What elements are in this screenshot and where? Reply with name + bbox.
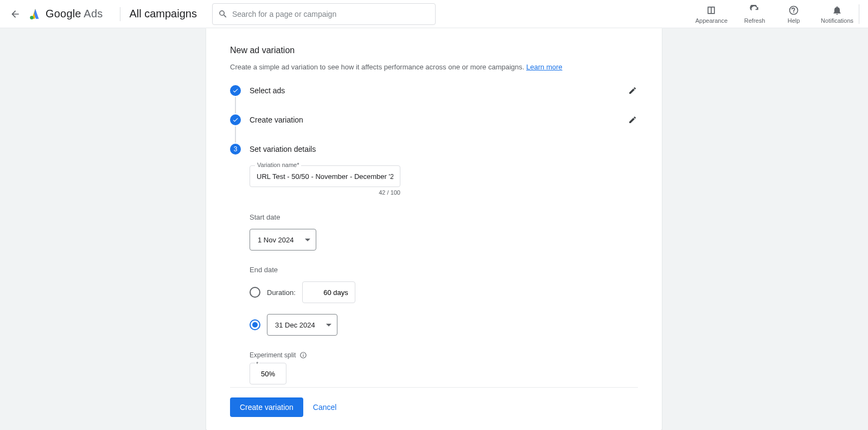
check-icon [232, 87, 239, 94]
step-connector-1 [235, 97, 236, 113]
top-header: Google Ads All campaigns Appearance Refr… [0, 0, 868, 28]
help-button[interactable]: Help [782, 4, 806, 24]
pencil-icon [628, 86, 637, 95]
experiment-split-row: Experiment split [250, 351, 638, 360]
cancel-button[interactable]: Cancel [313, 403, 337, 412]
help-label: Help [788, 17, 800, 24]
svg-point-0 [30, 16, 34, 20]
refresh-icon [749, 5, 760, 16]
step-create-variation: Create variation [230, 113, 638, 126]
info-icon [299, 351, 307, 359]
card-subtitle: Create a simple ad variation to see how … [230, 63, 638, 71]
appearance-icon [706, 5, 717, 16]
experiment-split-label: Experiment split [250, 351, 296, 359]
brand-text: Google Ads [46, 8, 103, 20]
edit-step-2-button[interactable] [627, 114, 638, 125]
end-date-value: 31 Dec 2024 [275, 321, 315, 329]
duration-input[interactable] [302, 281, 355, 303]
arrow-left-icon [10, 9, 21, 20]
start-date-value: 1 Nov 2024 [258, 236, 294, 244]
search-box[interactable] [212, 3, 436, 25]
header-tools: Appearance Refresh Help Notifications [695, 4, 853, 24]
notifications-button[interactable]: Notifications [821, 4, 853, 24]
end-date-label: End date [250, 266, 638, 274]
appearance-button[interactable]: Appearance [695, 4, 727, 24]
end-date-select[interactable]: 31 Dec 2024 [267, 314, 337, 336]
split-required-asterisk: * [255, 361, 259, 367]
pencil-icon [628, 115, 637, 124]
end-date-duration-option[interactable]: Duration: [250, 281, 638, 303]
step-connector-2 [235, 126, 236, 143]
variation-details-form: Variation name* 42 / 100 Start date 1 No… [250, 165, 638, 384]
appearance-label: Appearance [695, 17, 727, 24]
ads-logo-icon [28, 7, 42, 21]
refresh-button[interactable]: Refresh [743, 4, 767, 24]
check-icon [232, 117, 239, 123]
variation-name-field: Variation name* 42 / 100 [250, 165, 400, 196]
step-3-indicator: 3 [230, 144, 241, 155]
variation-name-charcount: 42 / 100 [250, 189, 400, 196]
variation-name-input[interactable] [250, 165, 400, 187]
variation-name-label: Variation name* [255, 162, 301, 168]
bell-icon [832, 5, 843, 16]
card-title: New ad variation [230, 46, 638, 55]
duration-radio[interactable] [250, 287, 260, 298]
step-2-label: Create variation [250, 115, 303, 124]
card-footer: Create variation Cancel [230, 387, 638, 417]
learn-more-link[interactable]: Learn more [526, 63, 562, 71]
header-right-divider [859, 4, 859, 24]
step-1-indicator [230, 85, 241, 96]
experiment-split-info[interactable] [299, 351, 308, 360]
step-set-details: 3 Set variation details [230, 143, 638, 156]
start-date-select[interactable]: 1 Nov 2024 [250, 229, 316, 251]
subtitle-text: Create a simple ad variation to see how … [230, 63, 524, 71]
page-title: All campaigns [129, 8, 197, 20]
step-1-label: Select ads [250, 86, 285, 95]
duration-label: Duration: [267, 288, 296, 297]
chevron-down-icon [305, 239, 310, 241]
step-2-indicator [230, 114, 241, 125]
edit-step-1-button[interactable] [627, 85, 638, 96]
ad-variation-card: New ad variation Create a simple ad vari… [206, 28, 662, 430]
radio-inner-icon [252, 322, 258, 328]
help-icon [788, 5, 799, 16]
chevron-down-icon [326, 324, 331, 326]
experiment-split-field: * [250, 363, 286, 384]
end-date-specific-option[interactable]: 31 Dec 2024 [250, 314, 638, 336]
search-input[interactable] [232, 10, 430, 18]
create-variation-button[interactable]: Create variation [230, 397, 303, 417]
specific-date-radio[interactable] [250, 319, 260, 330]
step-select-ads: Select ads [230, 84, 638, 97]
back-button[interactable] [9, 8, 22, 21]
start-date-label: Start date [250, 213, 638, 221]
header-divider [120, 7, 120, 21]
refresh-label: Refresh [744, 17, 765, 24]
notifications-label: Notifications [821, 17, 853, 24]
step-3-label: Set variation details [250, 145, 316, 153]
search-icon [218, 9, 228, 19]
google-ads-logo: Google Ads [28, 7, 103, 21]
